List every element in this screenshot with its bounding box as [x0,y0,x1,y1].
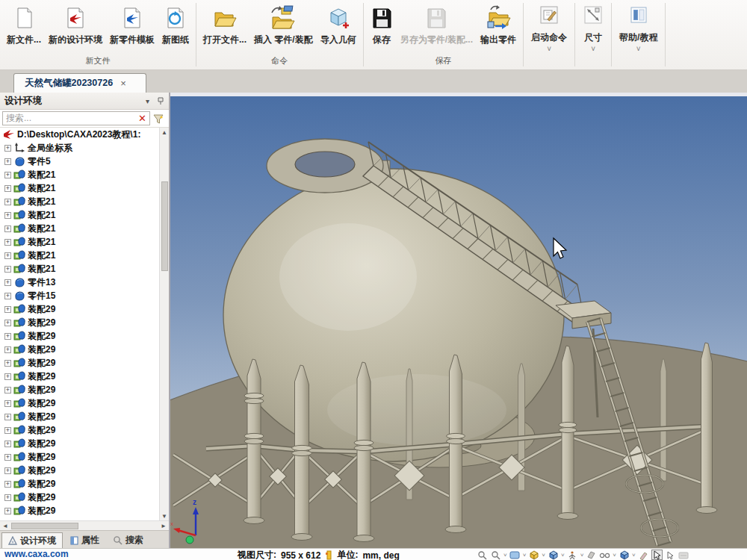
new-drawing-button[interactable]: 新图纸 [158,1,193,48]
expand-icon[interactable]: + [4,199,11,205]
tree-item-19[interactable]: +装配29 [0,383,159,396]
tree-item-14[interactable]: +装配29 [0,316,159,329]
tree-item-5[interactable]: +装配21 [0,195,159,208]
tab-search[interactable]: 搜索 [107,532,149,548]
render-mode-icon[interactable] [528,550,539,560]
pin-icon[interactable] [157,96,164,105]
expand-icon[interactable]: + [4,441,11,447]
dimensions-button[interactable]: 尺寸 ˅ [575,0,611,69]
expand-icon[interactable]: + [4,239,11,246]
tree-item-15[interactable]: +装配29 [0,329,159,343]
tree-item-6[interactable]: +装配21 [0,208,159,222]
tree-horizontal-scrollbar[interactable]: ◄ ► [0,520,169,530]
expand-icon[interactable]: + [4,346,11,353]
expand-icon[interactable]: + [4,508,11,514]
tree-item-7[interactable]: +装配21 [0,222,159,235]
tab-design-environment[interactable]: 设计环境 [1,532,63,548]
import-geometry-button[interactable]: 导入几何 [317,1,360,48]
new-file-button[interactable]: 新文件... [3,1,45,48]
expand-icon[interactable]: + [4,252,11,259]
panel-dropdown-icon[interactable]: ▾ [146,97,149,105]
new-part-template-button[interactable]: 新零件模板 [106,1,158,48]
display-style-icon[interactable] [619,550,630,560]
save-button[interactable]: 保存 [367,1,397,48]
chevron-down-icon[interactable]: ˅ [613,552,616,559]
view-orientation-icon[interactable] [548,550,559,560]
tree-item-16[interactable]: +装配29 [0,343,159,356]
expand-icon[interactable]: + [4,212,11,219]
cursor-alt-icon[interactable] [665,550,676,560]
scroll-up-icon[interactable]: ▲ [161,128,167,137]
tree-item-3[interactable]: +装配21 [0,168,159,181]
search-input[interactable]: 搜索... ✕ [2,111,150,125]
expand-icon[interactable]: + [4,158,11,165]
tree-item-18[interactable]: +装配29 [0,370,159,383]
expand-icon[interactable]: + [4,145,11,152]
expand-icon[interactable]: + [4,427,11,434]
expand-icon[interactable]: + [4,467,11,474]
expand-icon[interactable]: + [4,333,11,340]
expand-icon[interactable]: + [4,481,11,488]
tree-item-11[interactable]: +零件13 [0,276,159,289]
section-view-icon[interactable] [586,550,597,560]
tree-item-27[interactable]: +装配29 [0,491,159,504]
tree-item-17[interactable]: +装配29 [0,356,159,370]
scrollbar-thumb[interactable] [11,523,78,529]
chevron-down-icon[interactable]: ˅ [523,552,527,559]
open-file-button[interactable]: 打开文件... [199,1,250,48]
zoom-options-icon[interactable] [490,550,501,560]
tree-item-22[interactable]: +装配29 [0,423,159,437]
filter-funnel-icon[interactable] [150,113,167,125]
expand-icon[interactable]: + [4,387,11,393]
tree-item-20[interactable]: +装配29 [0,396,159,410]
fit-view-icon[interactable] [509,550,521,560]
chevron-down-icon[interactable]: ˅ [561,552,565,559]
expand-icon[interactable]: + [4,172,11,178]
expand-icon[interactable]: + [4,320,11,326]
export-part-button[interactable]: 输出零件 [477,1,520,48]
expand-icon[interactable]: + [4,360,11,367]
expand-icon[interactable]: + [4,306,11,313]
tree-item-9[interactable]: +装配21 [0,249,159,262]
tree-item-4[interactable]: +装配21 [0,181,159,195]
expand-icon[interactable]: + [4,185,11,192]
expand-icon[interactable]: + [4,279,11,286]
expand-icon[interactable]: + [4,225,11,232]
tab-close-icon[interactable]: × [120,78,126,89]
scroll-left-icon[interactable]: ◄ [2,523,8,529]
tree-item-root[interactable]: +D:\Desktop\CAXA2023教程\1: [0,128,159,141]
scroll-right-icon[interactable]: ► [161,523,167,529]
tank-sphere[interactable] [223,169,564,461]
measure-icon[interactable] [567,550,578,560]
tree-item-10[interactable]: +装配21 [0,262,159,276]
clear-search-icon[interactable]: ✕ [138,113,146,123]
insert-part-button[interactable]: 插入 零件/装配 [250,1,317,48]
tree-item-26[interactable]: +装配29 [0,477,159,491]
scrollbar-thumb[interactable] [161,181,168,271]
caxa-link[interactable]: www.caxa.com [4,549,69,559]
tree-vertical-scrollbar[interactable]: ▲ ▼ [159,128,169,520]
scroll-down-icon[interactable]: ▼ [161,511,167,520]
new-design-env-button[interactable]: 新的设计环境 [45,1,106,48]
tree-item-8[interactable]: +装配21 [0,235,159,249]
3d-viewport[interactable]: z x [170,93,747,548]
tree-item-12[interactable]: +零件15 [0,289,159,302]
tree-item-13[interactable]: +装配29 [0,302,159,316]
expand-icon[interactable]: + [4,494,11,501]
tab-properties[interactable]: 属性 [64,532,105,548]
tree-item-21[interactable]: +装配29 [0,410,159,423]
brush-icon[interactable] [638,550,649,560]
document-tab[interactable]: 天然气储罐20230726 × [13,73,146,93]
expand-icon[interactable]: + [4,414,11,420]
perspective-glasses-icon[interactable] [599,550,610,560]
expand-icon[interactable]: + [4,266,11,273]
chevron-down-icon[interactable]: ˅ [632,552,636,559]
select-cursor-icon[interactable] [651,550,663,560]
chevron-down-icon[interactable]: ˅ [542,552,545,559]
expand-icon[interactable]: + [4,293,11,299]
chevron-down-icon[interactable]: ˅ [503,552,507,559]
chevron-down-icon[interactable]: ˅ [580,552,584,559]
zoom-in-icon[interactable] [477,550,488,560]
tree-item-25[interactable]: +装配29 [0,464,159,477]
expand-icon[interactable]: + [4,373,11,380]
